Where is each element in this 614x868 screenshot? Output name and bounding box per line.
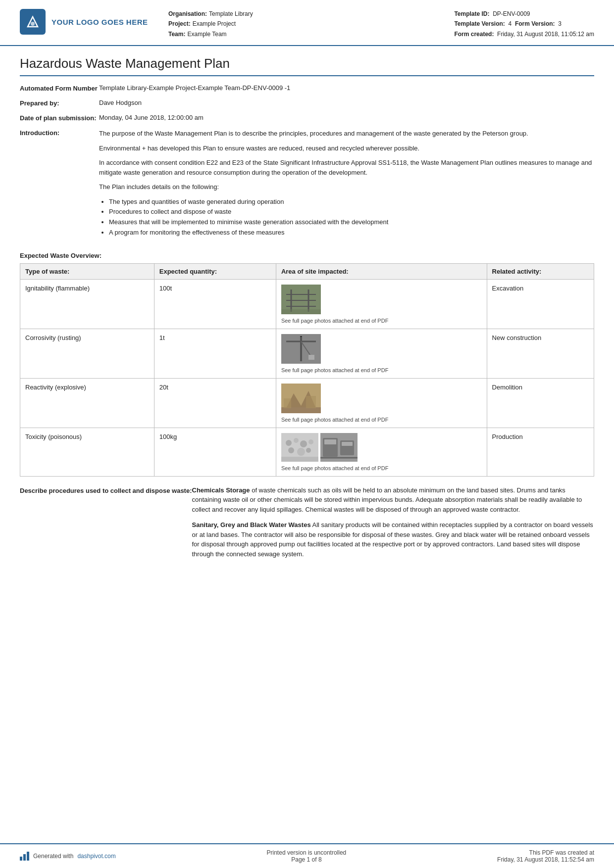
template-version-value: 4	[509, 20, 512, 27]
intro-paragraph: The Plan includes details on the followi…	[99, 182, 594, 192]
org-value: Template Library	[209, 9, 253, 19]
waste-type-cell: Reactivity (explosive)	[20, 378, 154, 428]
list-item: A program for monitoring the effectivene…	[109, 228, 594, 238]
svg-rect-28	[281, 457, 318, 462]
form-version-value: 3	[558, 20, 562, 27]
waste-type-cell: Corrosivity (rusting)	[20, 329, 154, 378]
svg-rect-19	[306, 396, 316, 408]
photos-row	[281, 285, 482, 316]
site-photo-2	[320, 433, 358, 463]
svg-rect-33	[342, 442, 353, 446]
footer-right: This PDF was created at Friday, 31 Augus…	[497, 849, 594, 863]
footer-pdf-created-date: Friday, 31 August 2018, 11:52:54 am	[497, 856, 594, 863]
site-photo	[281, 384, 321, 415]
svg-rect-18	[284, 398, 291, 408]
form-version-label: Form Version:	[515, 20, 555, 27]
date-value: Monday, 04 June 2018, 12:00:00 am	[99, 114, 594, 121]
table-column-header: Related activity:	[487, 263, 594, 279]
table-row: Ignitability (flammable)100t See full pa…	[20, 279, 594, 329]
prepared-by-field: Prepared by: Dave Hodgson	[20, 99, 594, 107]
activity-cell: Demolition	[487, 378, 594, 428]
svg-rect-13	[308, 355, 314, 360]
waste-table: Type of waste:Expected quantity:Area of …	[20, 263, 594, 477]
logo-area: YOUR LOGO GOES HERE	[20, 9, 149, 35]
svg-point-24	[308, 439, 313, 444]
logo-icon	[20, 9, 46, 35]
procedures-label: Describe procedures used to collect and …	[20, 485, 192, 496]
intro-paragraph: In accordance with consent condition E22…	[99, 158, 594, 177]
form-created-label: Form created:	[454, 31, 494, 38]
form-created-value: Friday, 31 August 2018, 11:05:12 am	[497, 31, 594, 38]
svg-point-21	[286, 440, 292, 446]
intro-paragraph: The purpose of the Waste Management Plan…	[99, 129, 594, 139]
footer-generated-text: Generated with	[33, 853, 73, 860]
quantity-cell: 100t	[154, 279, 276, 329]
photo-caption: See full page photos attached at end of …	[281, 367, 482, 373]
header-right: Template ID: DP-ENV-0009 Template Versio…	[454, 9, 594, 39]
svg-rect-32	[324, 439, 336, 444]
site-photo	[281, 334, 321, 365]
photo-caption: See full page photos attached at end of …	[281, 465, 482, 471]
svg-point-22	[294, 438, 299, 443]
date-label: Date of plan submission:	[20, 114, 99, 122]
procedures-bold: Chemicals Storage	[192, 486, 250, 494]
main-content: Hazardous Waste Management Plan Automate…	[0, 46, 614, 843]
footer-link[interactable]: dashpivot.com	[77, 853, 115, 860]
team-value: Example Team	[187, 29, 226, 39]
table-header: Type of waste:Expected quantity:Area of …	[20, 263, 594, 279]
org-label: Organisation:	[168, 9, 207, 19]
procedures-section: Describe procedures used to collect and …	[20, 485, 594, 565]
footer-uncontrolled: Printed version is uncontrolled	[267, 849, 347, 856]
list-item: Procedures to collect and dispose of was…	[109, 207, 594, 217]
photo-caption: See full page photos attached at end of …	[281, 318, 482, 324]
table-column-header: Type of waste:	[20, 263, 154, 279]
page: YOUR LOGO GOES HERE Organisation: Templa…	[0, 0, 614, 868]
site-photo	[281, 285, 321, 316]
form-number-field: Automated Form Number Template Library-E…	[20, 84, 594, 92]
footer-left: Generated with dashpivot.com	[20, 852, 116, 861]
photo-caption: See full page photos attached at end of …	[281, 417, 482, 423]
list-item: The types and quantities of waste genera…	[109, 197, 594, 207]
procedures-content: Chemicals Storage of waste chemicals suc…	[192, 485, 595, 565]
intro-paragraph: Environmental + has developed this Plan …	[99, 144, 594, 153]
dashpivot-icon	[20, 852, 29, 861]
area-cell: See full page photos attached at end of …	[276, 428, 487, 476]
activity-cell: Production	[487, 428, 594, 476]
table-column-header: Expected quantity:	[154, 263, 276, 279]
intro-bullet-list: The types and quantities of waste genera…	[109, 197, 594, 238]
table-header-row: Type of waste:Expected quantity:Area of …	[20, 263, 594, 279]
form-number-label: Automated Form Number	[20, 84, 99, 92]
quantity-cell: 20t	[154, 378, 276, 428]
photos-row	[281, 384, 482, 415]
procedures-paragraph: Sanitary, Grey and Black Water Wastes Al…	[192, 520, 595, 559]
page-title: Hazardous Waste Management Plan	[20, 56, 594, 76]
header-meta: Organisation: Template Library Project: …	[149, 9, 454, 39]
form-number-value: Template Library-Example Project-Example…	[99, 84, 594, 92]
area-cell: See full page photos attached at end of …	[276, 279, 487, 329]
table-row: Reactivity (explosive)20t See full page …	[20, 378, 594, 428]
table-row: Toxicity (poisonous)100kg See full page …	[20, 428, 594, 476]
activity-cell: New construction	[487, 329, 594, 378]
team-label: Team:	[168, 29, 185, 39]
list-item: Measures that will be implemented to min…	[109, 217, 594, 228]
footer: Generated with dashpivot.com Printed ver…	[0, 843, 614, 868]
template-id-value: DP-ENV-0009	[493, 10, 530, 17]
quantity-cell: 1t	[154, 329, 276, 378]
date-field: Date of plan submission: Monday, 04 June…	[20, 114, 594, 122]
site-photo	[281, 433, 318, 463]
svg-point-27	[306, 448, 311, 453]
project-label: Project:	[168, 19, 191, 29]
quantity-cell: 100kg	[154, 428, 276, 476]
procedures-paragraph: Chemicals Storage of waste chemicals suc…	[192, 485, 595, 515]
prepared-by-value: Dave Hodgson	[99, 99, 594, 106]
activity-cell: Excavation	[487, 279, 594, 329]
area-cell: See full page photos attached at end of …	[276, 378, 487, 428]
footer-center: Printed version is uncontrolled Page 1 o…	[267, 849, 347, 863]
waste-type-cell: Ignitability (flammable)	[20, 279, 154, 329]
introduction-section: Introduction: The purpose of the Waste M…	[20, 129, 594, 243]
header: YOUR LOGO GOES HERE Organisation: Templa…	[0, 0, 614, 46]
template-id-label: Template ID:	[454, 10, 489, 17]
logo-text: YOUR LOGO GOES HERE	[51, 18, 148, 26]
table-body: Ignitability (flammable)100t See full pa…	[20, 279, 594, 476]
svg-point-23	[300, 440, 307, 447]
